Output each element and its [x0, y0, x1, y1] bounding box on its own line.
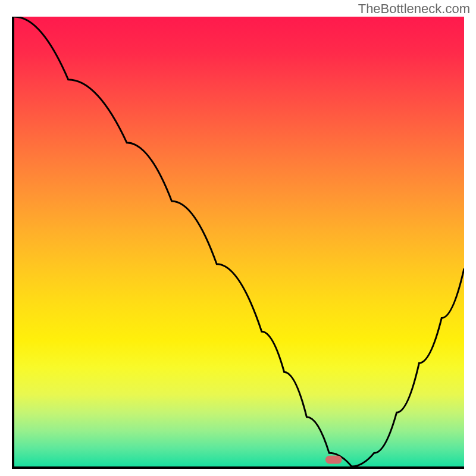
- svg-rect-0: [325, 456, 342, 464]
- watermark-text: TheBottleneck.com: [358, 1, 470, 17]
- plot-area: [12, 17, 464, 469]
- optimal-marker: [14, 17, 464, 466]
